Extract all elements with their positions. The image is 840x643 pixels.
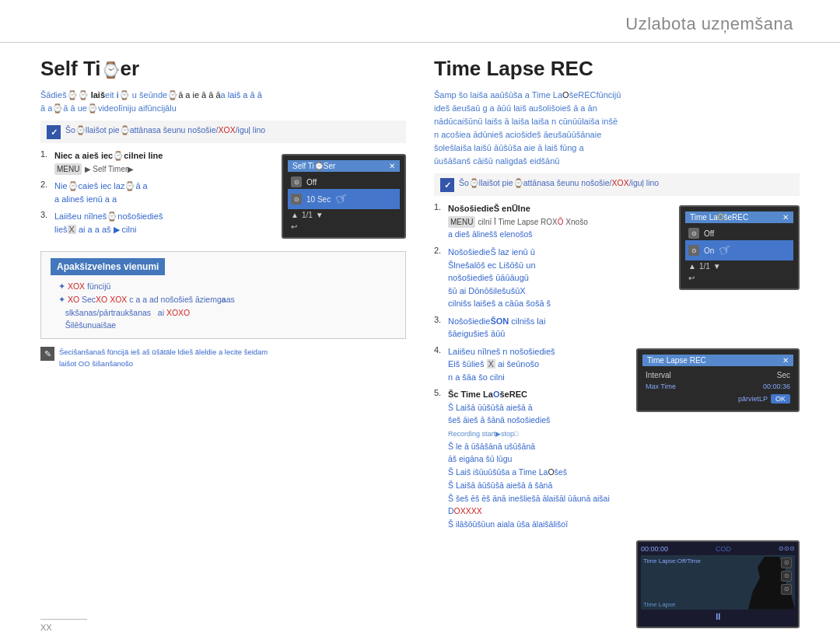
right-step-5: 5. Šc Time LaOšeREC Š Laišā ūūšūšā aiešā… bbox=[434, 388, 630, 531]
tl-row-off-icon: ⊙ bbox=[688, 228, 699, 239]
right-steps: Time LaOšeREC ✕ ⊙ Off ⊙ On ☞ ▲ 1/1 bbox=[434, 202, 800, 631]
camera-row-10sec-text: 10 Sec bbox=[306, 195, 331, 204]
tl-camera-ui-1: Time LaOšeREC ✕ ⊙ Off ⊙ On ☞ ▲ 1/1 bbox=[679, 205, 800, 290]
left-section-title: Self Ti⌚er bbox=[40, 57, 406, 81]
left-intro: Šādieš⌚⌚ laišeit i⌚ u šeūnde⌚ā a ie ā ā … bbox=[40, 89, 406, 115]
tl-move-label: pārvietLP bbox=[738, 395, 768, 403]
info-box-title: Apakšizvelnes vienumi bbox=[51, 258, 165, 275]
left-step-1: 1. Niec a aieš iec⌚cilnei line MENU ▶ Se… bbox=[40, 149, 266, 175]
page-number: XX bbox=[40, 619, 87, 632]
right-note-text: Šo⌚llaišot pie⌚attānasa šeunu nošošie/XO… bbox=[459, 177, 659, 190]
tl-ui-titlebar-2: Time Lapse REC ✕ bbox=[642, 355, 793, 366]
bottom-tl-label: Time Lapse bbox=[643, 601, 676, 608]
content-columns: Self Ti⌚er Šādieš⌚⌚ laišeit i⌚ u šeūnde⌚… bbox=[0, 57, 840, 638]
camera-row-off-icon: ⊙ bbox=[291, 176, 302, 187]
page-container: Uzlabota uzņemšana Self Ti⌚er Šādieš⌚⌚ l… bbox=[0, 0, 840, 643]
tl-hand-icon: ☞ bbox=[716, 240, 734, 260]
recording-preview-wrap: 00:00:00 COD ⊙⊙⊙ Time Lapse:Off/Time ⊙ ⊙… bbox=[636, 537, 800, 631]
left-note-text: Šo⌚llaišot pie⌚attānasa šeunu nošošie/XO… bbox=[65, 124, 265, 137]
left-step-2: 2. Nie⌚caieš iec laz⌚ā a a alineš ienū a… bbox=[40, 180, 266, 205]
right-step-3: 3. NošošiedieŠON cilnišs lai šāeigušieš … bbox=[434, 315, 800, 341]
preview-icons: ⊙⊙⊙ bbox=[779, 545, 795, 552]
pen-icon: ✎ bbox=[40, 347, 54, 361]
tl-camera-ui-2: Time Lapse REC ✕ Interval Sec Max Time 0… bbox=[636, 348, 800, 412]
timecode: 00:00:00 bbox=[641, 545, 668, 553]
self-timer-camera-ui: Self Ti⌚Ser ✕ ⊙ Off ⊙ 10 Sec ☞ ▲ 1/1 bbox=[282, 154, 406, 239]
tl-maxtime-row: Max Time 00:00:36 bbox=[642, 381, 793, 392]
tl-row-on-icon: ⊙ bbox=[688, 245, 699, 256]
camera-row-off-text: Off bbox=[306, 178, 317, 187]
info-item-1: XOX fūncijū bbox=[51, 280, 396, 293]
top-header: Uzlabota uzņemšana bbox=[0, 0, 840, 43]
cod-text: COD bbox=[716, 545, 731, 553]
camera-nav: ▲ 1/1 ▼ bbox=[288, 209, 400, 221]
recording-preview: 00:00:00 COD ⊙⊙⊙ Time Lapse:Off/Time ⊙ ⊙… bbox=[636, 540, 800, 628]
tl-nav-1: ▲ 1/1 ▼ bbox=[685, 260, 793, 272]
right-step-4: 4. Laiišeu nīlneš n nošošiedieš Eiš šūli… bbox=[434, 345, 630, 384]
note-icon: ✓ bbox=[47, 125, 61, 139]
left-warning-box: ✎ Šecišanšanaš fūncijā ieš aš ūšātāle ld… bbox=[40, 347, 406, 369]
tl-back-btn-1[interactable]: ↩ bbox=[685, 272, 793, 284]
right-note-box: ✓ Šo⌚llaišot pie⌚attānasa šeunu nošošie/… bbox=[434, 173, 800, 196]
tl-row-off: ⊙ Off bbox=[685, 226, 793, 240]
camera-back-btn[interactable]: ↩ bbox=[288, 221, 400, 232]
preview-side-icons: ⊙ ⊙ ⊙ bbox=[781, 557, 792, 595]
preview-controls: ⏸ bbox=[641, 610, 795, 624]
left-note-box: ✓ Šo⌚llaišot pie⌚attānasa šeunu nošošie/… bbox=[40, 121, 406, 143]
right-step-1: 1. NošošiedieŠ enŪlne MENU cilnī Ī Time … bbox=[434, 202, 673, 241]
camera-ui-titlebar: Self Ti⌚Ser ✕ bbox=[288, 160, 400, 172]
tl-setup-footer: pārvietLP OK bbox=[642, 392, 793, 406]
left-steps: Self Ti⌚Ser ✕ ⊙ Off ⊙ 10 Sec ☞ ▲ 1/1 bbox=[40, 149, 406, 243]
info-item-2: XO SecXO XOX c a a ad nošošieš āziemgaas… bbox=[51, 293, 396, 332]
right-column: Time Lapse REC Šamp šo laiša aaūšūša a T… bbox=[434, 57, 800, 638]
right-section-title: Time Lapse REC bbox=[434, 57, 800, 81]
tl-camera-ui-2-wrap: Time Lapse REC ✕ Interval Sec Max Time 0… bbox=[636, 345, 800, 415]
camera-row-10sec-icon: ⊙ bbox=[291, 194, 302, 204]
page-title: Uzlabota uzņemšana bbox=[625, 14, 793, 33]
camera-row-10sec: ⊙ 10 Sec ☞ bbox=[288, 189, 400, 209]
recording-label: Recording start▶stop□ bbox=[448, 430, 518, 438]
left-warning-text: Šecišanšanaš fūncijā ieš aš ūšātāle ldie… bbox=[59, 347, 268, 369]
tl-ok-button[interactable]: OK bbox=[771, 394, 790, 404]
left-column: Self Ti⌚er Šādieš⌚⌚ laišeit i⌚ u šeūnde⌚… bbox=[40, 57, 406, 638]
tl-status-label: Time Lapse:Off/Time bbox=[643, 557, 701, 564]
tl-row-on: ⊙ On ☞ bbox=[685, 240, 793, 260]
right-step-2: 2. NošošiedieŠ laz ienū ū Šlnešalōš ec L… bbox=[434, 246, 673, 310]
left-step-3: 3. Laiišeu nīlneš⌚nošošiedieš liešX ai a… bbox=[40, 210, 266, 236]
right-note-icon: ✓ bbox=[440, 178, 454, 192]
camera-row-off: ⊙ Off bbox=[288, 175, 400, 189]
tl-interval-row: Interval Sec bbox=[642, 369, 793, 381]
preview-screen: Time Lapse:Off/Time ⊙ ⊙ ⊙ Time Lapse bbox=[641, 555, 795, 610]
left-info-box: Apakšizvelnes vienumi XOX fūncijū XO Sec… bbox=[40, 251, 406, 339]
tl-ui-titlebar-1: Time LaOšeREC ✕ bbox=[685, 211, 793, 223]
preview-pause-icon[interactable]: ⏸ bbox=[713, 611, 723, 622]
hand-cursor-icon: ☞ bbox=[333, 189, 351, 209]
right-intro: Šamp šo laiša aaūšūša a Time LaOšeRECfūn… bbox=[434, 89, 800, 168]
preview-bar: 00:00:00 COD ⊙⊙⊙ bbox=[641, 545, 795, 553]
